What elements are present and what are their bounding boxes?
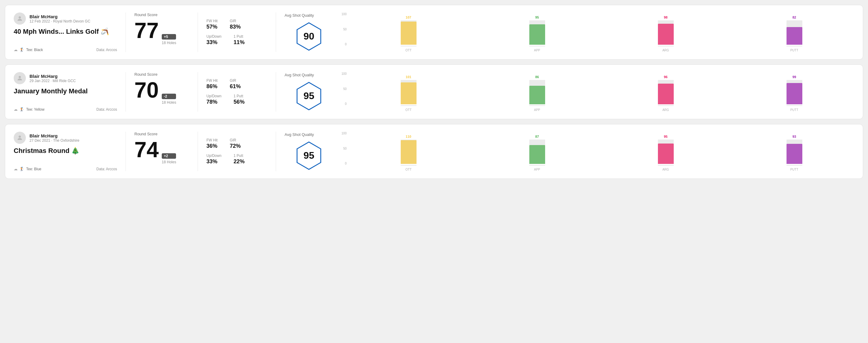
stats-row-top: FW Hit 57% GIR 83% <box>207 19 267 30</box>
chart-section: 100500 107 OTT 95 APP 98 ARG 82 <box>333 12 854 52</box>
bar-x-label: OTT <box>406 108 412 112</box>
stat-gir: GIR 61% <box>230 79 241 90</box>
tee-label: Tee: Blue <box>26 167 41 171</box>
vertical-divider-2 <box>197 72 198 112</box>
chart-section: 100500 110 OTT 87 APP 95 ARG 93 <box>333 132 854 171</box>
bar-value-label: 110 <box>406 135 411 138</box>
vertical-divider-2 <box>197 12 198 52</box>
fw-hit-value: 86% <box>207 83 218 90</box>
hexagon-score: 95 <box>303 90 314 101</box>
round-score-label: Round Score <box>134 12 189 17</box>
stats-row-bottom: Up/Down 78% 1 Putt 56% <box>207 94 267 105</box>
y-axis-label: 0 <box>345 102 347 105</box>
fw-hit-value: 57% <box>207 24 218 30</box>
quality-section: Avg Shot Quality 90 <box>285 12 333 52</box>
chart-bar-group: 95 APP <box>477 15 597 52</box>
avg-shot-quality-label: Avg Shot Quality <box>285 13 314 18</box>
y-axis-label: 50 <box>343 147 347 150</box>
gir-label: GIR <box>230 79 241 83</box>
weather-icon: ☁ <box>14 48 18 52</box>
y-axis-label: 100 <box>341 12 347 16</box>
bar-value-label: 96 <box>664 75 667 79</box>
stats-row-bottom: Up/Down 33% 1 Putt 22% <box>207 154 267 165</box>
vertical-divider-2 <box>197 132 198 171</box>
vertical-divider-3 <box>276 72 276 112</box>
fw-hit-label: FW Hit <box>207 19 218 23</box>
score-holes: 18 Holes <box>162 41 176 45</box>
hexagon-score: 90 <box>303 31 314 42</box>
round-meta: 29 Jan 2022 · Mill Ride GCC <box>30 79 76 83</box>
data-source: Data: Arccos <box>96 107 117 112</box>
bar-fill <box>529 145 545 164</box>
stat-putt: 1 Putt 22% <box>234 154 244 165</box>
tee-info: ☁ 🏌 Tee: Black <box>14 48 43 52</box>
stats-row-bottom: Up/Down 33% 1 Putt 11% <box>207 34 267 45</box>
user-info: Blair McHarg 12 Feb 2022 · Royal North D… <box>30 14 90 23</box>
score-value: 74 <box>134 139 159 161</box>
stats-row-top: FW Hit 36% GIR 72% <box>207 138 267 149</box>
bar-x-label: APP <box>534 49 540 52</box>
bar-x-label: APP <box>534 168 540 171</box>
score-badge-group: +5 18 Holes <box>162 34 176 45</box>
y-axis-label: 50 <box>343 28 347 31</box>
gir-value: 61% <box>230 83 241 90</box>
data-source: Data: Arccos <box>96 167 117 171</box>
hexagon-container: 90 <box>294 21 324 52</box>
chart-bar-group: 86 APP <box>477 75 597 112</box>
bar-value-label: 82 <box>792 15 796 19</box>
card-footer: ☁ 🏌 Tee: Blue Data: Arccos <box>14 167 117 171</box>
y-axis-label: 50 <box>343 87 347 91</box>
y-axis-label: 0 <box>345 162 347 165</box>
bar-x-label: ARG <box>662 49 669 52</box>
score-badge-group: -2 18 Holes <box>162 94 176 104</box>
bar-fill <box>786 27 802 45</box>
user-info: Blair McHarg 29 Jan 2022 · Mill Ride GCC <box>30 73 76 83</box>
score-row: 70 -2 18 Holes <box>134 79 189 104</box>
chart-bar-group: 101 OTT <box>348 75 468 112</box>
putt-label: 1 Putt <box>234 34 244 39</box>
user-row: Blair McHarg 29 Jan 2022 · Mill Ride GCC <box>14 72 117 84</box>
score-row: 77 +5 18 Holes <box>134 20 189 45</box>
putt-label: 1 Putt <box>234 154 244 158</box>
chart-bar-group: 107 OTT <box>348 15 468 52</box>
card-footer: ☁ 🏌 Tee: Black Data: Arccos <box>14 48 117 52</box>
fw-hit-value: 36% <box>207 143 218 149</box>
chart-bar-group: 98 ARG <box>606 15 726 52</box>
bar-fill <box>658 24 674 45</box>
bar-value-label: 95 <box>664 135 667 138</box>
user-name: Blair McHarg <box>30 14 90 19</box>
tee-label: Tee: Yellow <box>26 107 44 112</box>
golf-bag-icon: 🏌 <box>20 48 24 52</box>
avg-shot-quality-label: Avg Shot Quality <box>285 132 314 137</box>
bar-fill <box>658 84 674 104</box>
vertical-divider <box>126 72 126 112</box>
bar-fill <box>529 24 545 45</box>
card-left: Blair McHarg 12 Feb 2022 · Royal North D… <box>14 12 117 52</box>
hexagon-container: 95 <box>294 141 324 171</box>
round-meta: 27 Dec 2021 · The Oxfordshire <box>30 138 79 143</box>
putt-value: 56% <box>234 99 244 105</box>
stats-section: FW Hit 36% GIR 72% Up/Down 33% 1 Putt 22… <box>207 132 267 171</box>
bar-value-label: 87 <box>535 135 539 138</box>
score-diff-badge: +2 <box>162 153 176 159</box>
avatar <box>14 72 26 84</box>
chart-bar-group: 110 OTT <box>348 135 468 171</box>
bar-fill <box>658 144 674 164</box>
data-source: Data: Arccos <box>96 48 117 52</box>
round-card: Blair McHarg 12 Feb 2022 · Royal North D… <box>5 5 863 60</box>
y-axis-label: 100 <box>341 132 347 135</box>
stat-fw-hit: FW Hit 86% <box>207 79 218 90</box>
chart-bar-group: 87 APP <box>477 135 597 171</box>
bar-value-label: 98 <box>664 15 667 19</box>
bar-value-label: 107 <box>406 15 411 19</box>
gir-value: 83% <box>230 24 241 30</box>
bar-x-label: ARG <box>662 168 669 171</box>
avatar <box>14 12 26 25</box>
bar-value-label: 99 <box>792 75 796 79</box>
putt-value: 11% <box>234 39 244 45</box>
stats-section: FW Hit 57% GIR 83% Up/Down 33% 1 Putt 11… <box>207 12 267 52</box>
score-holes: 18 Holes <box>162 160 176 164</box>
gir-label: GIR <box>230 19 241 23</box>
round-meta: 12 Feb 2022 · Royal North Devon GC <box>30 19 90 23</box>
score-value: 70 <box>134 79 159 101</box>
